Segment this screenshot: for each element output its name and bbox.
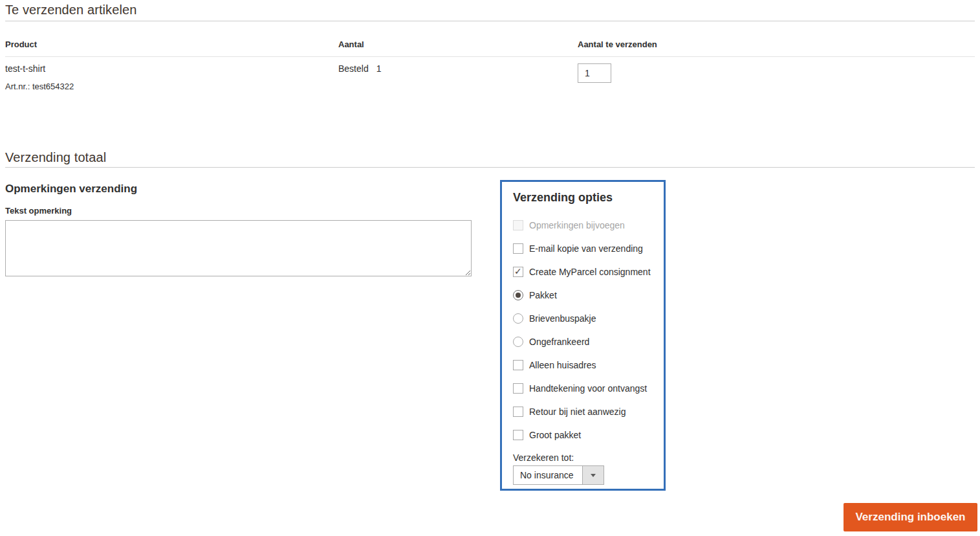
- section-divider: [5, 167, 975, 168]
- qty-ordered-label: Besteld: [338, 63, 369, 74]
- checkbox-e-mail-kopie-van-verzending[interactable]: [513, 243, 523, 254]
- option-label: E-mail kopie van verzending: [529, 243, 643, 254]
- column-header-qty-to-ship: Aantal te verzenden: [578, 39, 657, 49]
- totals-section-title: Verzending totaal: [5, 150, 106, 165]
- table-header-divider: [5, 56, 975, 57]
- shipping-option-e-mail-kopie-van-verzending: E-mail kopie van verzending: [502, 237, 664, 260]
- insurance-select[interactable]: No insurance: [513, 465, 604, 485]
- checkbox-create-myparcel-consignment[interactable]: [513, 267, 523, 277]
- submit-shipment-button[interactable]: Verzending inboeken: [844, 503, 977, 531]
- radio-ongefrankeerd[interactable]: [513, 337, 523, 347]
- option-label: Retour bij niet aanwezig: [529, 407, 626, 417]
- comment-text-label: Tekst opmerking: [5, 206, 72, 216]
- column-header-qty: Aantal: [338, 39, 364, 49]
- shipping-option-handtekening-voor-ontvangst: Handtekening voor ontvangst: [502, 377, 664, 400]
- option-label: Opmerkingen bijvoegen: [529, 220, 625, 230]
- items-section-title: Te verzenden artikelen: [5, 3, 136, 17]
- column-header-product: Product: [5, 39, 37, 49]
- insurance-selected-value: No insurance: [514, 466, 582, 484]
- qty-ordered-value: 1: [376, 63, 382, 74]
- option-label: Ongefrankeerd: [529, 337, 589, 347]
- checkbox-retour-bij-niet-aanwezig[interactable]: [513, 407, 523, 417]
- option-label: Brievenbuspakje: [529, 313, 596, 324]
- comments-title: Opmerkingen verzending: [5, 183, 137, 195]
- shipping-options-list: Opmerkingen bijvoegen E-mail kopie van v…: [502, 214, 664, 447]
- option-label: Handtekening voor ontvangst: [529, 383, 647, 394]
- shipping-option-groot-pakket: Groot pakket: [502, 423, 664, 447]
- product-sku: Art.nr.: test654322: [5, 82, 74, 91]
- option-label: Pakket: [529, 290, 557, 300]
- shipping-option-alleen-huisadres: Alleen huisadres: [502, 353, 664, 377]
- shipping-option-pakket: Pakket: [502, 284, 664, 307]
- option-label: Alleen huisadres: [529, 360, 596, 370]
- shipping-option-ongefrankeerd: Ongefrankeerd: [502, 330, 664, 353]
- option-label: Groot pakket: [529, 430, 581, 440]
- checkbox-groot-pakket[interactable]: [513, 430, 523, 440]
- checkbox-opmerkingen-bijvoegen: [513, 220, 523, 230]
- shipping-option-retour-bij-niet-aanwezig: Retour bij niet aanwezig: [502, 400, 664, 423]
- qty-ordered-cell: Besteld1: [338, 63, 382, 74]
- shipping-option-brievenbuspakje: Brievenbuspakje: [502, 307, 664, 330]
- radio-pakket[interactable]: [513, 290, 523, 300]
- chevron-down-icon: [582, 466, 604, 484]
- comment-textarea[interactable]: [5, 220, 472, 276]
- checkbox-alleen-huisadres[interactable]: [513, 360, 523, 370]
- radio-brievenbuspakje[interactable]: [513, 313, 523, 324]
- section-divider: [5, 21, 975, 21]
- shipping-options-title: Verzending opties: [513, 191, 664, 205]
- option-label: Create MyParcel consignment: [529, 267, 651, 277]
- shipping-option-create-myparcel-consignment: Create MyParcel consignment: [502, 260, 664, 284]
- product-name: test-t-shirt: [5, 63, 45, 74]
- checkbox-handtekening-voor-ontvangst[interactable]: [513, 383, 523, 394]
- shipment-page: Te verzenden artikelen Product Aantal Aa…: [0, 0, 980, 536]
- qty-to-ship-input[interactable]: [578, 63, 611, 83]
- shipping-option-opmerkingen-bijvoegen: Opmerkingen bijvoegen: [502, 214, 664, 237]
- shipping-options-panel: Verzending opties Opmerkingen bijvoegen …: [500, 180, 666, 491]
- insurance-label: Verzekeren tot:: [513, 452, 664, 463]
